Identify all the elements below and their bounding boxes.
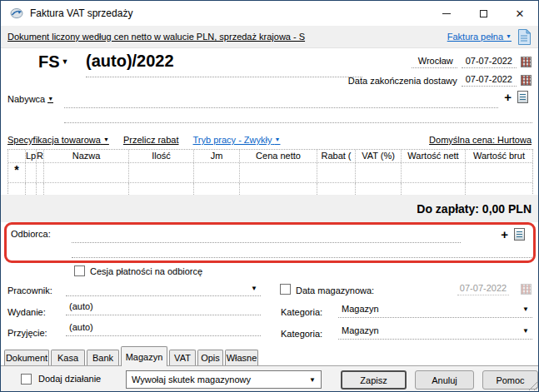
city-field[interactable]: Wrocław — [412, 56, 457, 68]
delivery-date-field[interactable]: 07-07-2022 — [462, 74, 517, 87]
table-cell[interactable] — [37, 183, 44, 195]
chevron-down-icon[interactable]: ▼ — [251, 285, 257, 292]
category2-label: Kategoria: — [281, 329, 322, 339]
column-header[interactable]: R — [37, 150, 44, 162]
combobox-value: Wywołaj skutek magazynowy — [132, 375, 251, 385]
add-recipient-button[interactable]: + — [501, 229, 508, 241]
chevron-down-icon: ▼ — [506, 33, 512, 39]
table-cell[interactable] — [194, 163, 240, 182]
category2-value: Magazyn — [338, 325, 379, 335]
table-cell[interactable] — [26, 163, 37, 182]
column-header[interactable]: Ilość — [129, 150, 194, 162]
document-settings-link[interactable]: Dokument liczony według cen netto w walu… — [7, 32, 305, 42]
table-cell[interactable] — [44, 163, 129, 182]
doc-type-dropdown[interactable]: FS▼ — [38, 52, 68, 72]
table-cell[interactable] — [317, 183, 356, 195]
cancel-button[interactable]: Anuluj — [415, 370, 474, 390]
category2-field[interactable]: Magazyn ▼ — [338, 325, 532, 340]
tab-kasa[interactable]: Kasa — [51, 350, 85, 365]
table-cell[interactable] — [240, 183, 317, 195]
issue-doc-field[interactable]: (auto) — [66, 301, 261, 315]
table-row[interactable]: * — [8, 162, 532, 182]
warehouse-date-value: 07-07-2022 — [457, 283, 509, 295]
calendar-icon[interactable] — [521, 57, 532, 67]
buyer-list-icon[interactable] — [517, 91, 528, 103]
table-cell[interactable] — [240, 163, 317, 182]
cession-checkbox[interactable] — [74, 265, 85, 276]
table-cell[interactable] — [129, 163, 194, 182]
recalc-discount-link[interactable]: Przelicz rabat — [123, 135, 179, 145]
maximize-icon — [480, 10, 487, 17]
table-cell[interactable] — [26, 183, 37, 195]
tab-vat[interactable]: VAT — [169, 350, 196, 365]
window-controls: ✕ — [428, 1, 538, 26]
table-row[interactable] — [8, 182, 532, 195]
table-cell[interactable] — [8, 183, 26, 195]
tab-magazyn[interactable]: Magazyn — [121, 346, 167, 366]
recipient-list-icon[interactable] — [514, 228, 525, 241]
column-header[interactable]: Rabat ( — [317, 150, 356, 162]
column-header[interactable]: Lp — [26, 150, 37, 162]
add-action-checkbox[interactable] — [21, 374, 32, 385]
table-cell[interactable] — [402, 183, 466, 195]
tab-bank[interactable]: Bank — [87, 350, 119, 365]
issue-date-field[interactable]: 07-07-2022 — [462, 56, 517, 68]
recipient-highlight-box: Odbiorca: + — [4, 222, 536, 263]
spec-dropdown[interactable]: Specyfikacja towarowa ▼ — [7, 135, 109, 145]
save-button[interactable]: Zapisz — [341, 370, 407, 390]
chevron-down-icon[interactable]: ▼ — [522, 305, 529, 313]
window-title: Faktura VAT sprzedaży — [30, 7, 132, 19]
table-cell[interactable] — [402, 163, 466, 182]
document-icon[interactable] — [517, 28, 532, 46]
recipient-field-line2[interactable] — [72, 243, 532, 258]
add-buyer-button[interactable]: + — [504, 92, 512, 103]
table-cell[interactable] — [317, 163, 356, 182]
table-cell[interactable] — [44, 183, 129, 195]
chevron-down-icon[interactable]: ▼ — [522, 327, 529, 335]
minimize-button[interactable] — [428, 1, 465, 26]
table-cell[interactable] — [194, 183, 240, 195]
table-cell[interactable] — [129, 183, 194, 195]
delivery-date-label: Data zakończenia dostawy — [348, 76, 457, 86]
help-button[interactable]: Pomoc — [482, 370, 538, 390]
column-header[interactable]: Wartość brut — [466, 150, 532, 162]
chevron-down-icon: ▼ — [309, 376, 316, 384]
tab-wlasne[interactable]: Własne — [225, 350, 258, 365]
add-action-label: Dodaj działanie — [38, 374, 101, 384]
issue-place-date-row: Wrocław 07-07-2022 — [412, 56, 532, 68]
table-cell[interactable] — [356, 163, 402, 182]
issue-doc-value: (auto) — [66, 301, 93, 311]
invoice-type-dropdown[interactable]: Faktura pełna ▼ — [447, 32, 512, 42]
table-cell[interactable] — [37, 163, 44, 182]
table-cell[interactable] — [356, 183, 402, 195]
close-button[interactable]: ✕ — [502, 1, 538, 26]
recipient-field-icons: + — [501, 228, 525, 241]
buyer-dropdown[interactable]: Nabywca▼ — [7, 94, 53, 104]
column-header[interactable]: Wartość nett — [402, 150, 466, 162]
default-price-link[interactable]: Domyślna cena: Hurtowa — [429, 135, 532, 145]
employee-label: Pracownik: — [7, 285, 52, 295]
table-cell[interactable] — [466, 183, 532, 195]
column-header[interactable]: Cena netto — [240, 150, 317, 162]
column-header[interactable] — [8, 150, 26, 162]
tab-opis[interactable]: Opis — [197, 350, 223, 365]
work-mode-dropdown[interactable]: Tryb pracy - Zwykły ▼ — [193, 135, 281, 145]
chevron-down-icon: ▼ — [103, 136, 109, 142]
warehouse-effect-combobox[interactable]: Wywołaj skutek magazynowy ▼ — [126, 370, 322, 389]
maximize-button[interactable] — [465, 1, 502, 26]
calendar-icon[interactable] — [521, 75, 532, 86]
category1-field[interactable]: Magazyn ▼ — [338, 304, 532, 318]
buyer-field-line1[interactable] — [64, 94, 498, 108]
tab-dokument[interactable]: Dokument — [4, 350, 49, 365]
column-header[interactable]: VAT (%) — [356, 150, 402, 162]
warehouse-date-checkbox[interactable] — [280, 284, 291, 295]
column-header[interactable]: Jm — [194, 150, 240, 162]
total-due: Do zapłaty: 0,00 PLN — [417, 202, 532, 216]
column-header[interactable]: Nazwa — [44, 150, 129, 162]
employee-field[interactable]: ▼ — [66, 283, 261, 296]
buyer-field-line2[interactable] — [64, 110, 532, 123]
receipt-doc-field[interactable]: (auto) — [66, 322, 261, 336]
table-cell[interactable] — [466, 163, 532, 182]
doc-number-field[interactable]: (auto)/2022 — [86, 52, 362, 77]
recipient-field-line1[interactable] — [72, 227, 461, 243]
